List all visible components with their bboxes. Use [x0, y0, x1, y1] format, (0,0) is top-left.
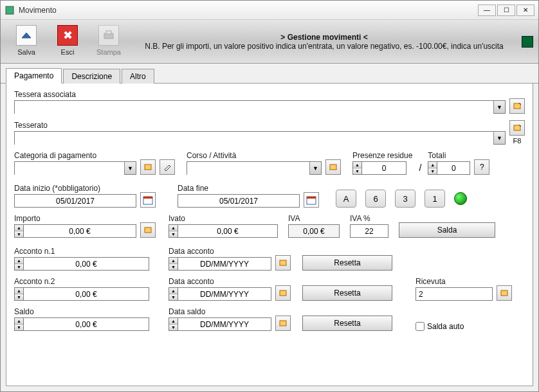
salda-button[interactable]: Salda: [399, 222, 495, 238]
chevron-down-icon[interactable]: ▼: [493, 101, 505, 113]
data-fine-input[interactable]: [178, 194, 300, 208]
button-6[interactable]: 6: [365, 190, 386, 208]
presenze-input[interactable]: [361, 161, 407, 175]
minimize-button[interactable]: —: [478, 4, 496, 16]
data-inizio-input[interactable]: [14, 194, 136, 208]
tessera-combo[interactable]: ▼: [14, 100, 506, 114]
chevron-down-icon[interactable]: ▼: [309, 162, 321, 174]
calendar-icon: [143, 195, 153, 205]
toolbar: Salva ✖ Esci Stampa > Gestione movimenti…: [1, 20, 538, 64]
importo-spinner[interactable]: ▲▼: [14, 224, 136, 238]
button-3[interactable]: 3: [395, 190, 416, 208]
spin-up-icon[interactable]: ▲: [428, 162, 437, 168]
data-saldo-spinner[interactable]: ▲▼: [169, 317, 271, 331]
data-acconto2-input[interactable]: [178, 287, 271, 301]
maximize-button[interactable]: ☐: [497, 4, 515, 16]
tessera-input[interactable]: [15, 101, 493, 114]
iva-pct-input[interactable]: [350, 224, 388, 238]
svg-rect-11: [145, 227, 151, 233]
corso-combo[interactable]: ▼: [187, 161, 322, 175]
svg-rect-0: [6, 6, 14, 14]
spin-down-icon[interactable]: ▼: [428, 168, 437, 174]
close-button[interactable]: ✕: [516, 4, 534, 16]
button-a[interactable]: A: [336, 190, 356, 208]
importo-input[interactable]: [23, 224, 136, 238]
label-presenze: Presenze residue: [352, 151, 412, 160]
data-acconto2-lookup[interactable]: [275, 285, 291, 301]
svg-rect-2: [106, 31, 111, 34]
label-acconto2: Acconto n.2: [14, 277, 149, 286]
salda-auto-checkbox[interactable]: Salda auto: [416, 322, 464, 331]
categoria-edit-button[interactable]: [160, 159, 175, 175]
ivato-input[interactable]: [178, 224, 278, 238]
label-corso: Corso / Attività: [187, 151, 322, 160]
label-data-acconto2: Data acconto: [169, 277, 271, 286]
resetta2-button[interactable]: Resetta: [302, 285, 392, 301]
importo-lookup-button[interactable]: [140, 222, 156, 238]
label-acconto1: Acconto n.1: [14, 247, 149, 256]
ricevuta-input[interactable]: [416, 287, 493, 301]
acconto1-input[interactable]: [23, 257, 149, 271]
button-1[interactable]: 1: [425, 190, 445, 208]
header-text: > Gestione movimenti < N.B. Per gli impo…: [129, 33, 519, 51]
totali-input[interactable]: [437, 161, 470, 175]
saldo-spinner[interactable]: ▲▼: [14, 317, 149, 331]
chevron-down-icon[interactable]: ▼: [493, 132, 505, 144]
tab-descrizione[interactable]: Descrizione: [63, 69, 120, 84]
tesserato-combo[interactable]: ▼: [14, 131, 506, 145]
acconto2-spinner[interactable]: ▲▼: [14, 287, 149, 301]
svg-rect-13: [280, 290, 286, 296]
salda-auto-input[interactable]: [416, 322, 425, 331]
spin-down-icon[interactable]: ▼: [353, 168, 361, 174]
presenze-spinner[interactable]: ▲▼: [352, 161, 412, 175]
data-acconto1-lookup[interactable]: [275, 255, 291, 271]
acconto1-spinner[interactable]: ▲▼: [14, 257, 149, 271]
f8-label: F8: [513, 137, 522, 145]
corso-lookup-button[interactable]: [325, 159, 341, 175]
spin-up-icon[interactable]: ▲: [353, 162, 361, 168]
calendar-button-fine[interactable]: [304, 192, 319, 208]
svg-rect-3: [514, 103, 520, 109]
saldo-input[interactable]: [23, 317, 149, 331]
svg-rect-10: [307, 197, 316, 199]
exit-button[interactable]: ✖ Esci: [47, 22, 88, 61]
tesserato-input[interactable]: [15, 132, 493, 145]
svg-rect-8: [143, 197, 152, 199]
data-saldo-lookup[interactable]: [275, 316, 291, 331]
save-button[interactable]: Salva: [6, 22, 47, 61]
resetta1-button[interactable]: Resetta: [302, 255, 392, 271]
tab-altro[interactable]: Altro: [122, 69, 154, 84]
label-tessera: Tessera associata: [14, 90, 506, 99]
chevron-down-icon[interactable]: ▼: [124, 162, 136, 174]
titlebar: Movimento — ☐ ✕: [1, 1, 538, 20]
ricevuta-lookup-button[interactable]: [497, 285, 512, 301]
totali-spinner[interactable]: ▲▼: [428, 161, 470, 175]
svg-rect-4: [514, 125, 520, 130]
resetta3-button[interactable]: Resetta: [302, 316, 392, 331]
iva-input: [288, 224, 340, 238]
ivato-spinner[interactable]: ▲▼: [169, 224, 278, 238]
categoria-lookup-button[interactable]: [140, 159, 156, 175]
label-totali: Totali: [428, 151, 470, 160]
data-acconto1-input[interactable]: [178, 257, 271, 271]
categoria-input[interactable]: [15, 162, 124, 175]
data-acconto2-spinner[interactable]: ▲▼: [169, 287, 271, 301]
data-saldo-input[interactable]: [178, 317, 271, 331]
label-saldo: Saldo: [14, 307, 149, 316]
tab-pagamento[interactable]: Pagamento: [6, 68, 62, 84]
help-button[interactable]: ?: [474, 159, 489, 175]
svg-rect-12: [280, 260, 286, 265]
panel-pagamento: Tessera associata ▼ Tesserato ▼: [6, 84, 533, 386]
calendar-icon: [306, 195, 316, 205]
tessera-lookup-button[interactable]: [509, 98, 525, 114]
calendar-button-inizio[interactable]: [140, 192, 156, 208]
window-title: Movimento: [19, 6, 478, 15]
label-importo: Importo: [14, 214, 136, 223]
data-acconto1-spinner[interactable]: ▲▼: [169, 257, 271, 271]
categoria-combo[interactable]: ▼: [14, 161, 136, 175]
corso-input[interactable]: [187, 162, 309, 175]
acconto2-input[interactable]: [23, 287, 149, 301]
label-data-inizio: Data inizio (*obbligatorio): [14, 184, 136, 193]
tesserato-lookup-button[interactable]: [509, 120, 525, 136]
app-icon: [5, 5, 15, 15]
